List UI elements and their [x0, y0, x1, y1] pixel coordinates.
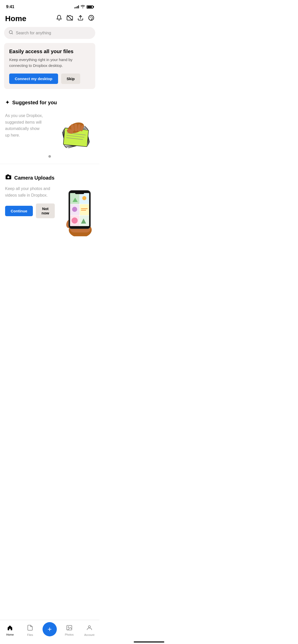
camera-upload-icon: [5, 174, 12, 181]
search-container: Search for anything: [0, 27, 99, 43]
not-now-button[interactable]: Not now: [36, 203, 55, 218]
svg-line-7: [12, 33, 12, 34]
header-action-icons: [56, 15, 94, 22]
status-bar: 9:41: [0, 0, 99, 12]
svg-point-4: [91, 16, 92, 17]
search-icon: [9, 30, 13, 36]
suggested-section: ✦ Suggested for you As you use Dropbox, …: [0, 95, 99, 155]
search-bar[interactable]: Search for anything: [4, 27, 95, 39]
camera-uploads-content: Keep all your photos and videos safe in …: [5, 185, 94, 236]
connect-desktop-button[interactable]: Connect my desktop: [9, 74, 58, 84]
signal-icon: [74, 5, 79, 8]
notifications-icon[interactable]: [56, 15, 62, 22]
suggested-description: As you use Dropbox, suggested items will…: [5, 110, 43, 138]
camera-uploads-description: Keep all your photos and videos safe in …: [5, 185, 55, 198]
camera-uploads-header: Camera Uploads: [5, 174, 94, 181]
svg-point-35: [72, 207, 77, 212]
pagination-dot-active: [48, 155, 51, 158]
palette-icon[interactable]: [88, 15, 94, 22]
svg-rect-37: [81, 210, 86, 211]
pagination-dots: [0, 155, 99, 164]
svg-point-3: [90, 17, 91, 18]
suggested-header: ✦ Suggested for you: [5, 99, 94, 106]
skip-button[interactable]: Skip: [61, 74, 80, 84]
suggested-title: Suggested for you: [12, 100, 57, 106]
svg-point-38: [72, 217, 78, 224]
svg-point-5: [92, 17, 93, 18]
camera-uploads-section: Camera Uploads Keep all your photos and …: [0, 170, 99, 238]
desktop-connect-banner: Easily access all your files Keep everyt…: [4, 43, 95, 89]
svg-rect-40: [75, 192, 84, 194]
camera-off-icon[interactable]: [67, 15, 73, 22]
section-divider: [0, 164, 99, 164]
search-placeholder: Search for anything: [16, 31, 51, 35]
wifi-icon: [80, 5, 85, 9]
svg-rect-36: [81, 208, 88, 209]
battery-icon: [87, 5, 93, 9]
camera-uploads-left: Keep all your photos and videos safe in …: [5, 185, 55, 218]
banner-title: Easily access all your files: [9, 49, 90, 54]
continue-button[interactable]: Continue: [5, 206, 33, 216]
suggested-illustration: [43, 110, 94, 148]
camera-uploads-title: Camera Uploads: [14, 175, 55, 181]
svg-rect-30: [80, 204, 89, 215]
camera-uploads-illustration: [55, 185, 96, 236]
camera-uploads-buttons: Continue Not now: [5, 203, 55, 218]
page-title: Home: [5, 14, 26, 23]
upload-icon[interactable]: [77, 15, 84, 22]
svg-point-21: [7, 176, 9, 178]
banner-buttons: Connect my desktop Skip: [9, 74, 90, 84]
banner-description: Keep everything right in your hand by co…: [9, 57, 90, 68]
page-header: Home: [0, 12, 99, 27]
sparkle-icon: ✦: [5, 99, 10, 106]
status-icons: [74, 5, 93, 9]
suggested-content: As you use Dropbox, suggested items will…: [5, 110, 94, 153]
svg-point-34: [82, 196, 86, 200]
status-time: 9:41: [6, 5, 14, 9]
